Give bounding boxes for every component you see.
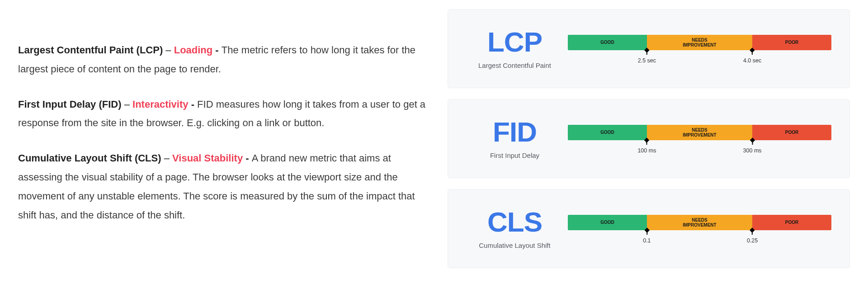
metric-title-wrap: CLS Cumulative Layout Shift xyxy=(462,208,568,249)
segment-good: GOOD xyxy=(568,125,647,140)
threshold-bar: GOOD NEEDS IMPROVEMENT POOR 0.1 0.25 xyxy=(568,215,831,230)
threshold-tick-1: 0.1 xyxy=(643,230,651,244)
term-category: Visual Stability xyxy=(172,152,243,164)
threshold-tick-2: 0.25 xyxy=(747,230,758,244)
term-bold: Cumulative Layout Shift (CLS) xyxy=(18,152,161,164)
metric-abbr: LCP xyxy=(462,28,568,56)
definition-cls: Cumulative Layout Shift (CLS) – Visual S… xyxy=(18,149,429,224)
threshold-bar: GOOD NEEDS IMPROVEMENT POOR 2.5 sec 4.0 … xyxy=(568,35,831,50)
definition-fid: First Input Delay (FID) – Interactivity … xyxy=(18,95,429,133)
tick-label: 100 ms xyxy=(637,147,656,154)
term-category: Loading xyxy=(174,44,213,56)
tick-label: 4.0 sec xyxy=(743,57,761,64)
metric-card-fid: FID First Input Delay GOOD NEEDS IMPROVE… xyxy=(448,99,850,178)
metrics-column: LCP Largest Contentful Paint GOOD NEEDS … xyxy=(448,9,850,299)
tick-label: 2.5 sec xyxy=(638,57,656,64)
tick-label: 300 ms xyxy=(743,147,762,154)
tick-label: 0.25 xyxy=(747,237,758,244)
term-bold: First Input Delay (FID) xyxy=(18,99,122,110)
threshold-bar-wrap: GOOD NEEDS IMPROVEMENT POOR 100 ms 300 m… xyxy=(568,123,831,155)
segment-needs: NEEDS IMPROVEMENT xyxy=(647,215,752,230)
threshold-bar: GOOD NEEDS IMPROVEMENT POOR 100 ms 300 m… xyxy=(568,125,831,140)
segment-needs: NEEDS IMPROVEMENT xyxy=(647,125,752,140)
metric-title-wrap: FID First Input Delay xyxy=(462,118,568,159)
threshold-tick-2: 4.0 sec xyxy=(743,50,761,64)
segment-poor: POOR xyxy=(752,125,831,140)
threshold-bar-wrap: GOOD NEEDS IMPROVEMENT POOR 2.5 sec 4.0 … xyxy=(568,33,831,65)
segment-good: GOOD xyxy=(568,35,647,50)
tick-marker-icon xyxy=(646,230,647,235)
metric-title-wrap: LCP Largest Contentful Paint xyxy=(462,28,568,69)
tick-label: 0.1 xyxy=(643,237,651,244)
definition-lcp: Largest Contentful Paint (LCP) – Loading… xyxy=(18,41,429,79)
separator: – xyxy=(161,152,172,164)
tick-marker-icon xyxy=(752,230,753,235)
tick-marker-icon xyxy=(752,50,753,55)
threshold-bar-wrap: GOOD NEEDS IMPROVEMENT POOR 0.1 0.25 xyxy=(568,213,831,245)
separator: – xyxy=(122,99,132,110)
dash: - xyxy=(212,44,222,56)
tick-marker-icon xyxy=(646,140,647,145)
threshold-tick-2: 300 ms xyxy=(743,140,762,154)
metric-card-cls: CLS Cumulative Layout Shift GOOD NEEDS I… xyxy=(448,189,850,268)
dash: - xyxy=(189,99,198,110)
dash: - xyxy=(243,152,252,164)
segment-poor: POOR xyxy=(752,35,831,50)
metric-fullname: Largest Contentful Paint xyxy=(462,62,568,69)
metric-abbr: CLS xyxy=(462,208,568,236)
definitions-column: Largest Contentful Paint (LCP) – Loading… xyxy=(18,9,448,299)
threshold-tick-1: 100 ms xyxy=(637,140,656,154)
tick-marker-icon xyxy=(646,50,647,55)
tick-marker-icon xyxy=(752,140,753,145)
term-category: Interactivity xyxy=(132,99,189,110)
metric-fullname: First Input Delay xyxy=(462,152,568,159)
segment-needs: NEEDS IMPROVEMENT xyxy=(647,35,752,50)
metric-fullname: Cumulative Layout Shift xyxy=(462,242,568,249)
segment-good: GOOD xyxy=(568,215,647,230)
metric-card-lcp: LCP Largest Contentful Paint GOOD NEEDS … xyxy=(448,9,850,88)
metric-abbr: FID xyxy=(462,118,568,146)
term-bold: Largest Contentful Paint (LCP) xyxy=(18,44,163,56)
separator: – xyxy=(163,44,174,56)
segment-poor: POOR xyxy=(752,215,831,230)
threshold-tick-1: 2.5 sec xyxy=(638,50,656,64)
